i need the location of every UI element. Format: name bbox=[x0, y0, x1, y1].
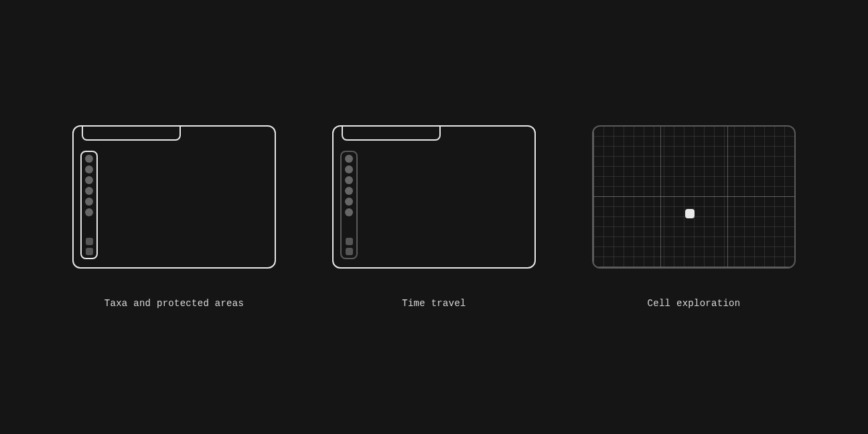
cards-container: Taxa and protected areas Time travel bbox=[72, 125, 796, 309]
card-cell-exploration[interactable] bbox=[592, 125, 796, 269]
panel-circle-icon bbox=[85, 165, 93, 173]
card-cell-exploration-wrapper: Cell exploration bbox=[592, 125, 796, 309]
card-time-travel-wrapper: Time travel bbox=[332, 125, 536, 309]
card-taxa[interactable] bbox=[72, 125, 276, 269]
grid-marker-icon bbox=[685, 209, 695, 218]
panel-circle-icon bbox=[345, 155, 353, 163]
panel-square-icon bbox=[346, 248, 353, 255]
panel-circle-icon bbox=[345, 208, 353, 216]
panel-circle-icon bbox=[345, 198, 353, 206]
card-side-panel bbox=[340, 151, 358, 259]
panel-circle-icon bbox=[85, 198, 93, 206]
panel-square-icon bbox=[86, 238, 93, 245]
panel-circle-icon bbox=[85, 155, 93, 163]
panel-circle-icon bbox=[85, 208, 93, 216]
panel-circle-icon bbox=[85, 187, 93, 195]
panel-circle-icon bbox=[345, 176, 353, 184]
card-side-panel bbox=[80, 151, 98, 259]
card-taxa-wrapper: Taxa and protected areas bbox=[72, 125, 276, 309]
card-top-bar bbox=[342, 127, 441, 141]
panel-circle-icon bbox=[345, 165, 353, 173]
panel-square-icon bbox=[346, 238, 353, 245]
panel-square-icon bbox=[86, 248, 93, 255]
card-label-time-travel: Time travel bbox=[402, 298, 466, 309]
card-time-travel[interactable] bbox=[332, 125, 536, 269]
panel-circle-icon bbox=[85, 176, 93, 184]
card-label-cell-exploration: Cell exploration bbox=[648, 298, 741, 309]
panel-circle-icon bbox=[345, 187, 353, 195]
grid-major-overlay bbox=[593, 127, 794, 267]
card-top-bar bbox=[82, 127, 181, 141]
card-label-taxa: Taxa and protected areas bbox=[104, 298, 244, 309]
